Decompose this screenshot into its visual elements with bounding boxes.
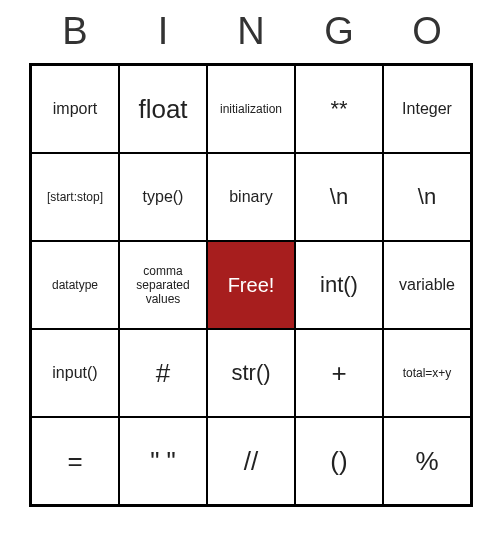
bingo-header: B I N G O [31, 0, 471, 63]
bingo-cell[interactable]: \n [295, 153, 383, 241]
bingo-cell-free[interactable]: Free! [207, 241, 295, 329]
bingo-grid: import float initialization ** Integer [… [29, 63, 473, 507]
bingo-cell[interactable]: binary [207, 153, 295, 241]
bingo-cell[interactable]: + [295, 329, 383, 417]
bingo-cell[interactable]: float [119, 65, 207, 153]
bingo-cell[interactable]: datatype [31, 241, 119, 329]
bingo-cell[interactable]: import [31, 65, 119, 153]
bingo-cell[interactable]: \n [383, 153, 471, 241]
bingo-cell[interactable]: Integer [383, 65, 471, 153]
bingo-cell[interactable]: % [383, 417, 471, 505]
bingo-cell[interactable]: total=x+y [383, 329, 471, 417]
bingo-cell[interactable]: initialization [207, 65, 295, 153]
header-letter-g: G [295, 10, 383, 53]
bingo-cell[interactable]: variable [383, 241, 471, 329]
bingo-cell[interactable]: = [31, 417, 119, 505]
bingo-cell[interactable]: str() [207, 329, 295, 417]
header-letter-n: N [207, 10, 295, 53]
bingo-cell[interactable]: comma separated values [119, 241, 207, 329]
bingo-cell[interactable]: () [295, 417, 383, 505]
bingo-cell[interactable]: // [207, 417, 295, 505]
bingo-cell[interactable]: type() [119, 153, 207, 241]
bingo-cell[interactable]: # [119, 329, 207, 417]
header-letter-b: B [31, 10, 119, 53]
header-letter-i: I [119, 10, 207, 53]
header-letter-o: O [383, 10, 471, 53]
bingo-cell[interactable]: [start:stop] [31, 153, 119, 241]
bingo-cell[interactable]: " " [119, 417, 207, 505]
bingo-cell[interactable]: input() [31, 329, 119, 417]
bingo-cell[interactable]: ** [295, 65, 383, 153]
bingo-cell[interactable]: int() [295, 241, 383, 329]
